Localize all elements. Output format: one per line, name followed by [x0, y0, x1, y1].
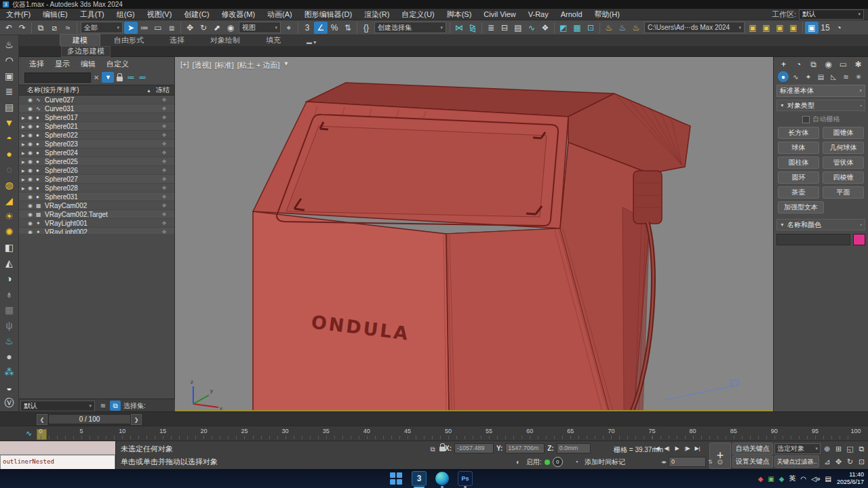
- primitive-button-7[interactable]: 四棱锥: [823, 171, 864, 184]
- spinner-snap-icon[interactable]: ⇅: [341, 22, 355, 34]
- ribbon-tab-2[interactable]: 选择: [157, 35, 197, 46]
- object-name[interactable]: Sphere031: [45, 193, 154, 201]
- explorer-row[interactable]: ▶◉●Sphere025❖: [19, 157, 174, 166]
- camera-icon[interactable]: ▤: [1, 99, 18, 115]
- teapot-icon[interactable]: ♨: [1, 37, 18, 52]
- freeze-toggle-icon[interactable]: ❖: [154, 203, 174, 209]
- expand-arrow-icon[interactable]: ▶: [22, 150, 28, 155]
- pan-icon[interactable]: ✥: [833, 455, 844, 468]
- zoom-extents-icon[interactable]: ◱: [845, 443, 855, 455]
- subtab-lights-icon[interactable]: ✦: [803, 71, 814, 82]
- render-production-icon[interactable]: ♨: [602, 22, 616, 34]
- primitive-button-10[interactable]: 加强型文本: [778, 201, 824, 214]
- menu-item-4[interactable]: 视图(V): [141, 9, 178, 20]
- explorer-row[interactable]: ◉∿Curve027❖: [19, 96, 174, 104]
- grass-icon[interactable]: ψ: [1, 317, 18, 333]
- tray-icon-shield[interactable]: ◆: [779, 475, 785, 483]
- freeze-toggle-icon[interactable]: ❖: [154, 176, 174, 182]
- named-selection-sets-icon[interactable]: {}: [359, 22, 373, 34]
- select-and-link-icon[interactable]: ⧉: [34, 22, 47, 34]
- wifi-icon[interactable]: ◠: [801, 475, 807, 483]
- freeze-toggle-icon[interactable]: ❖: [154, 150, 174, 156]
- menu-item-13[interactable]: V-Ray: [522, 9, 555, 20]
- redo-icon[interactable]: ↷: [16, 22, 29, 34]
- visibility-eye-icon[interactable]: ◉: [28, 106, 36, 112]
- freeze-toggle-icon[interactable]: ❖: [154, 211, 174, 218]
- go-to-start-button[interactable]: |◀: [652, 443, 661, 453]
- explorer-row[interactable]: ▶◉●Sphere021❖: [19, 122, 174, 131]
- name-color-rollout[interactable]: ▼名称和颜色▪: [776, 219, 865, 230]
- vray-icon[interactable]: Ⓥ: [1, 395, 18, 411]
- primitive-button-5[interactable]: 管状体: [823, 157, 864, 169]
- visibility-eye-icon[interactable]: ◉: [28, 115, 36, 121]
- tab-modify-icon[interactable]: ◔: [793, 59, 804, 70]
- visibility-eye-icon[interactable]: ◉: [28, 97, 36, 103]
- object-name[interactable]: Sphere017: [45, 114, 154, 121]
- filter-funnel-icon[interactable]: ▼: [102, 72, 114, 83]
- select-and-move-icon[interactable]: ✥: [183, 22, 197, 34]
- box-3d-icon[interactable]: ◧: [1, 239, 18, 255]
- explorer-search-input[interactable]: [24, 73, 91, 83]
- frame-indicator[interactable]: 0 / 100: [48, 414, 131, 424]
- freeze-toggle-icon[interactable]: ❖: [154, 123, 174, 129]
- select-and-scale-icon[interactable]: ⬈: [210, 22, 224, 34]
- visibility-eye-icon[interactable]: ◉: [28, 176, 36, 182]
- subtab-systems-icon[interactable]: ✳: [853, 71, 864, 82]
- object-name[interactable]: VRayCam002.Target: [45, 211, 154, 218]
- visibility-eye-icon[interactable]: ◉: [28, 203, 36, 209]
- tray-icon-red[interactable]: ◆: [758, 475, 764, 483]
- object-name[interactable]: Sphere024: [45, 149, 154, 157]
- visibility-eye-icon[interactable]: ◉: [28, 123, 36, 129]
- visibility-eye-icon[interactable]: ◉: [28, 167, 36, 174]
- freeze-toggle-icon[interactable]: ❖: [154, 106, 174, 112]
- viewport-menu-shading[interactable]: [粘土 + 边面]: [237, 60, 280, 70]
- moon-icon[interactable]: ◑: [1, 270, 18, 286]
- mirror-icon[interactable]: ⋈: [452, 22, 466, 34]
- object-name[interactable]: Sphere026: [45, 167, 154, 174]
- track-bar[interactable]: ∿ 05101520253035404550556065707580859095…: [0, 426, 868, 441]
- prev-frame-button[interactable]: ◀|: [663, 443, 671, 453]
- curve-editor-icon[interactable]: ∿: [525, 22, 538, 34]
- freeze-toggle-icon[interactable]: ❖: [154, 229, 174, 235]
- arc-rotate-icon[interactable]: ◠: [1, 52, 18, 68]
- named-selection-set-field[interactable]: 创建选择集▾: [374, 22, 446, 33]
- footer-list-icon[interactable]: ≋: [98, 401, 108, 411]
- menu-item-2[interactable]: 工具(T): [74, 9, 111, 20]
- object-name[interactable]: Curve027: [45, 96, 154, 104]
- lamp-light-icon[interactable]: ◍: [1, 177, 18, 192]
- explorer-row[interactable]: ◉✦VRayLight001❖: [19, 219, 174, 228]
- mute-time-icon[interactable]: ◐: [513, 457, 524, 467]
- object-name[interactable]: Sphere028: [45, 184, 154, 192]
- folder-increment-icon[interactable]: ▣: [773, 22, 787, 34]
- visibility-eye-icon[interactable]: ◉: [28, 159, 36, 165]
- battery-icon[interactable]: ▤: [825, 475, 831, 483]
- render-iterative-icon[interactable]: ♨: [616, 22, 629, 34]
- set-key-button[interactable]: 设置关键点: [732, 455, 773, 468]
- explorer-column-header[interactable]: 名称(按升序排序) ▲ 冻结: [19, 85, 174, 96]
- tray-icon-green[interactable]: ▣: [768, 475, 774, 483]
- menu-item-15[interactable]: 帮助(H): [589, 9, 626, 20]
- object-name[interactable]: Curve031: [45, 105, 154, 113]
- percent-snap-icon[interactable]: %: [328, 22, 341, 34]
- palette-icon[interactable]: ◒: [1, 380, 18, 395]
- explorer-row[interactable]: ◉▦VRayCam002.Target❖: [19, 210, 174, 219]
- ribbon-tab-0[interactable]: 建模: [60, 34, 100, 46]
- explorer-row[interactable]: ▶◉●Sphere022❖: [19, 131, 174, 140]
- subtab-shapes-icon[interactable]: ∿: [791, 71, 802, 82]
- spot-light-icon[interactable]: ◢: [1, 192, 18, 208]
- subtab-spacewarps-icon[interactable]: ≋: [841, 71, 852, 82]
- layer-explorer-toggle-icon[interactable]: ⊟: [498, 22, 511, 34]
- visibility-eye-icon[interactable]: ◉: [28, 132, 36, 138]
- menu-item-5[interactable]: 创建(C): [178, 9, 215, 20]
- explorer-menu-2[interactable]: 编辑: [76, 59, 100, 69]
- fire-effect-icon[interactable]: ♨: [1, 333, 18, 348]
- viewport-menu-renderer[interactable]: [标准]: [215, 60, 234, 70]
- explorer-row[interactable]: ▶◉●Sphere023❖: [19, 140, 174, 148]
- taskbar-edge[interactable]: [435, 471, 450, 486]
- menu-item-8[interactable]: 图形编辑器(D): [298, 9, 358, 20]
- sun-rays-icon[interactable]: ✺: [1, 224, 18, 239]
- select-and-place-icon[interactable]: ◉: [224, 22, 237, 34]
- menu-item-11[interactable]: 脚本(S): [441, 9, 478, 20]
- object-name[interactable]: Sphere022: [45, 131, 154, 139]
- object-name[interactable]: Sphere021: [45, 123, 154, 130]
